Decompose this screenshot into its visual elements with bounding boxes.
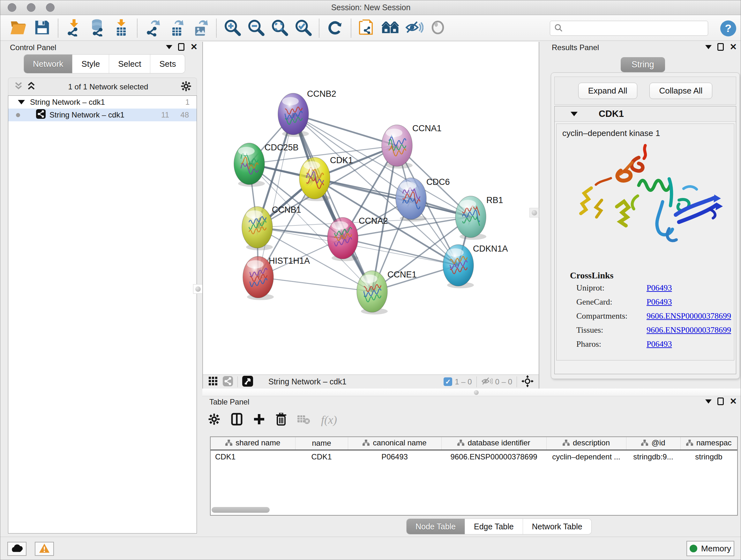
search-input[interactable] [563,24,700,33]
network-row[interactable]: String Network – cdk1 11 48 [8,109,197,121]
right-splitter-handle[interactable] [529,208,539,217]
cell-canonical-name[interactable]: P06493 [348,450,441,463]
cell-namespace[interactable]: stringdb [680,450,737,463]
horizontal-splitter[interactable] [202,388,741,396]
horizontal-scrollbar-thumb[interactable] [212,507,270,513]
network-node[interactable]: CDK1 [299,155,353,201]
column-header-description[interactable]: description [546,437,626,450]
refresh-button[interactable] [323,17,347,39]
open-session-button[interactable] [7,17,30,39]
network-node[interactable]: CCNA1 [382,124,442,169]
home-button[interactable] [379,17,402,39]
crosslink-link-compartments[interactable]: 9606.ENSP00000378699 [647,311,734,321]
delete-column-trash-icon[interactable] [276,413,286,427]
panel-close-icon[interactable]: ✕ [730,43,737,51]
panel-float-icon[interactable] [178,43,185,51]
network-node[interactable]: CCNB1 [242,205,301,250]
column-header-namespace[interactable]: namespac [680,437,737,450]
collapse-all-button[interactable]: Collapse All [650,83,713,99]
panel-float-icon[interactable] [718,397,724,405]
export-network-button[interactable] [141,17,165,39]
hidden-eye-slash-icon[interactable] [481,376,493,387]
tab-edge-table[interactable]: Edge Table [465,519,523,534]
cloud-button[interactable] [7,542,26,556]
zoom-in-button[interactable] [220,17,244,39]
help-button[interactable]: ? [720,20,737,37]
share-view-icon[interactable] [223,376,233,388]
export-table-button[interactable] [165,17,189,39]
cell-description[interactable]: cyclin–dependent ... [546,450,626,463]
zoom-selected-button[interactable] [291,17,315,39]
cell-name[interactable]: CDK1 [295,450,348,463]
network-node[interactable]: CDC25B [234,143,299,187]
collection-label: String Network – cdk1 [30,98,105,107]
column-header-shared-name[interactable]: shared name [211,437,295,450]
panel-close-icon[interactable]: ✕ [190,43,198,51]
birdseye-toggle-icon[interactable] [242,376,253,388]
gene-section-header[interactable]: CDK1 [555,106,736,122]
expand-all-networks-icon[interactable] [27,81,36,92]
crosslink-link-uniprot[interactable]: P06493 [647,283,734,293]
cell-id[interactable]: stringdb:9... [626,450,680,463]
panel-menu-icon[interactable] [705,45,712,49]
inspect-eye-button[interactable] [426,17,450,39]
network-view[interactable]: CCNB2CCNA1CDC25BCDK1CDC6RB1CCNB1CCNA2CDK… [202,42,539,388]
column-header-canonical-name[interactable]: canonical name [348,437,441,450]
import-network-button[interactable] [62,17,86,39]
column-header-name[interactable]: name [295,437,348,450]
warning-button[interactable] [35,542,54,556]
tab-network-table[interactable]: Network Table [523,519,591,534]
table-settings-gear-icon[interactable] [208,413,220,427]
cell-database-identifier[interactable]: 9606.ENSP00000378699 [441,450,546,463]
panel-close-icon[interactable]: ✕ [730,397,737,405]
import-table-button[interactable] [110,17,133,39]
import-network-from-database-button[interactable] [86,17,110,39]
memory-button[interactable]: Memory [686,541,734,556]
crosslink-link-tissues[interactable]: 9606.ENSP00000378699 [647,325,734,335]
grid-view-icon[interactable] [208,376,218,388]
results-tab-string[interactable]: String [621,57,665,72]
tab-style[interactable]: Style [72,55,109,73]
network-node[interactable]: CCNB2 [278,89,336,137]
column-header-database-identifier[interactable]: database identifier [441,437,546,450]
selected-checkbox-icon[interactable]: ✓ [444,377,452,386]
section-collapse-icon[interactable] [570,112,578,116]
network-canvas[interactable]: CCNB2CCNA1CDC25BCDK1CDC6RB1CCNB1CCNA2CDK… [203,42,539,374]
tab-select[interactable]: Select [109,55,150,73]
collapse-all-networks-icon[interactable] [14,81,23,92]
collection-expand-icon[interactable] [18,100,25,105]
zoom-fit-button[interactable] [268,17,291,39]
zoom-out-button[interactable] [244,17,268,39]
gene-section: CDK1 cyclin–dependent kinase 1 [554,106,736,374]
tab-sets[interactable]: Sets [150,55,185,73]
cell-shared-name[interactable]: CDK1 [211,450,295,463]
save-session-button[interactable] [30,17,54,39]
horizontal-splitter-handle[interactable] [472,389,480,395]
network-snapshot-button[interactable] [355,17,379,39]
panel-float-icon[interactable] [718,43,724,51]
crosslink-label: GeneCard: [576,297,647,307]
tab-node-table[interactable]: Node Table [407,519,465,534]
left-splitter-handle[interactable] [193,284,203,294]
expand-all-button[interactable]: Expand All [578,83,637,99]
network-node[interactable]: CCNE1 [357,270,417,314]
panel-menu-icon[interactable] [166,45,172,49]
crosslink-link-pharos[interactable]: P06493 [647,339,734,349]
toolbar-search[interactable] [550,21,708,36]
node-label: CCNB1 [272,205,301,214]
network-node[interactable]: HIST1H1A [243,256,310,300]
export-image-button[interactable] [189,17,212,39]
crosslink-link-genecard[interactable]: P06493 [647,297,734,307]
tab-network[interactable]: Network [24,55,72,73]
hide-selected-button[interactable] [402,17,426,39]
fit-content-crosshair-icon[interactable] [522,375,534,388]
gear-icon[interactable] [181,81,192,93]
column-header-id[interactable]: @id [626,437,680,450]
panel-menu-icon[interactable] [705,399,712,403]
add-column-plus-icon[interactable] [253,414,265,426]
network-node[interactable]: CDKN1A [443,244,508,288]
show-columns-icon[interactable] [231,413,243,427]
table-row[interactable]: CDK1 CDK1 P06493 9606.ENSP00000378699 cy… [211,450,737,463]
network-collection-row[interactable]: String Network – cdk1 1 [8,96,197,109]
network-node[interactable]: RB1 [455,195,503,240]
